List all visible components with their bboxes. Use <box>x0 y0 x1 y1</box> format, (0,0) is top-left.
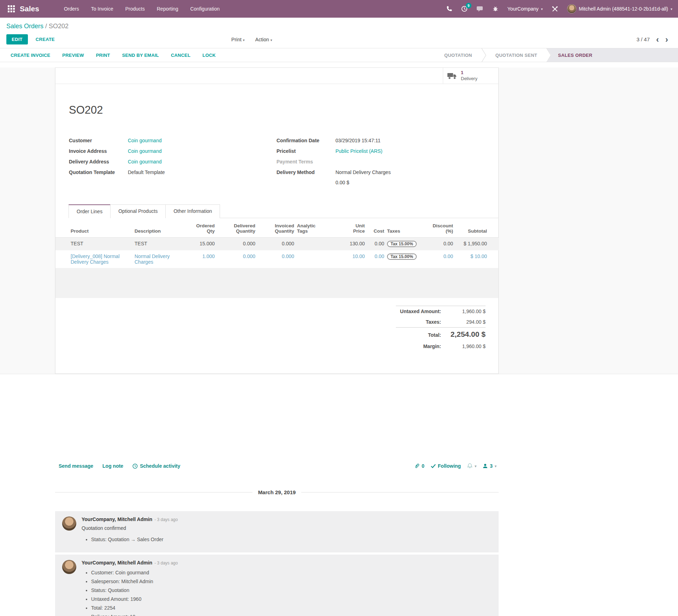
pager-previous-icon[interactable]: ‹ <box>656 35 659 44</box>
col-invoiced-quantity: Invoiced Quantity <box>257 218 296 238</box>
attachment-count: 0 <box>422 463 424 469</box>
bug-icon[interactable] <box>493 6 498 12</box>
cell-delivered: 0.000 <box>216 250 257 268</box>
truck-icon <box>447 72 457 80</box>
menu-to-invoice[interactable]: To Invoice <box>91 6 113 12</box>
print-button[interactable]: PRINT <box>96 53 110 58</box>
order-line-row[interactable]: TEST TEST 15.000 0.000 0.000 130.00 0.00… <box>55 238 499 251</box>
chatter: Send message Log note Schedule activity … <box>0 374 678 616</box>
col-taxes: Taxes <box>386 218 421 238</box>
untaxed-amount-value: 1,960.00 $ <box>446 309 486 314</box>
person-icon <box>483 464 488 468</box>
company-name: YourCompany <box>507 6 539 12</box>
messages-icon[interactable] <box>477 6 483 12</box>
message-avatar[interactable] <box>62 516 76 531</box>
check-icon <box>431 464 436 468</box>
follow-channels-button[interactable]: ▾ <box>467 463 476 469</box>
sale-order-sheet: 1 Delivery SO202 Customer Coin gourmand … <box>55 67 499 374</box>
print-dropdown[interactable]: Print ▾ <box>231 37 245 42</box>
cell-delivered: 0.000 <box>216 238 257 251</box>
create-button[interactable]: CREATE <box>36 37 55 42</box>
menu-reporting[interactable]: Reporting <box>157 6 178 12</box>
date-separator-label: March 29, 2019 <box>258 489 296 495</box>
follower-count: 3 <box>490 463 493 469</box>
record-pager: 3 / 47 ‹ › <box>636 35 672 44</box>
app-name[interactable]: Sales <box>20 5 39 13</box>
pager-value[interactable]: 3 / 47 <box>636 36 650 42</box>
col-discount: Discount (%) <box>421 218 454 238</box>
cell-description: Normal Delivery Charges <box>133 250 186 268</box>
empty-line-stripe <box>55 268 498 298</box>
breadcrumb: Sales Orders / SO202 <box>6 23 672 30</box>
menu-configuration[interactable]: Configuration <box>190 6 220 12</box>
action-dropdown[interactable]: Action ▾ <box>255 37 272 42</box>
menu-orders[interactable]: Orders <box>64 6 79 12</box>
preview-button[interactable]: PREVIEW <box>62 53 84 58</box>
message-author[interactable]: YourCompany, Mitchell Admin <box>82 516 152 522</box>
cell-cost: 0.00 <box>366 238 386 251</box>
tab-other-information[interactable]: Other Information <box>165 204 220 218</box>
main-menu: Orders To Invoice Products Reporting Con… <box>64 6 220 12</box>
phone-icon[interactable] <box>446 6 452 12</box>
action-label: Action <box>255 37 269 42</box>
attachments-button[interactable]: 0 <box>414 463 424 469</box>
cell-unit-price: 10.00 <box>322 250 366 268</box>
quotation-template-value: Default Template <box>128 169 165 175</box>
tab-order-lines[interactable]: Order Lines <box>69 204 111 218</box>
order-line-row[interactable]: [Delivery_008] Normal Delivery Charges N… <box>55 250 499 268</box>
order-lines-table: Product Description Ordered Qty Delivere… <box>55 218 499 268</box>
menu-products[interactable]: Products <box>125 6 145 12</box>
tracking-value: Salesperson: Mitchell Admin <box>91 579 492 584</box>
col-unit-price: Unit Price <box>322 218 366 238</box>
followers-button[interactable]: 3 ▾ <box>483 463 496 469</box>
support-tools-icon[interactable] <box>552 6 558 12</box>
col-analytic-tags: Analytic Tags <box>296 218 322 238</box>
tab-optional-products[interactable]: Optional Products <box>110 204 166 218</box>
message-timestamp: - 3 days ago <box>154 517 178 522</box>
schedule-activity-button[interactable]: Schedule activity <box>132 463 180 469</box>
cell-description: TEST <box>133 238 186 251</box>
pricelist-value[interactable]: Public Pricelist (ARS) <box>335 148 382 154</box>
col-cost: Cost <box>366 218 386 238</box>
pager-next-icon[interactable]: › <box>665 35 668 44</box>
field-group-right: Confirmation Date 03/29/2019 15:47:11 Pr… <box>276 138 484 190</box>
customer-value[interactable]: Coin gourmand <box>128 138 162 143</box>
chevron-down-icon: ▾ <box>475 464 476 468</box>
col-subtotal: Subtotal <box>454 218 499 238</box>
total-label: Total: <box>396 332 446 338</box>
breadcrumb-sales-orders[interactable]: Sales Orders <box>6 23 43 30</box>
tracking-value: Status: Quotation <box>91 587 492 593</box>
delivery-address-value[interactable]: Coin gourmand <box>128 159 162 165</box>
message-author[interactable]: YourCompany, Mitchell Admin <box>82 560 152 566</box>
cell-cost: 0.00 <box>366 250 386 268</box>
cancel-button[interactable]: CANCEL <box>171 53 190 58</box>
delivery-smart-button[interactable]: 1 Delivery <box>443 68 498 84</box>
lock-button[interactable]: LOCK <box>202 53 216 58</box>
cell-discount: 0.00 <box>421 238 454 251</box>
message-avatar[interactable] <box>62 560 76 574</box>
message: YourCompany, Mitchell Admin - 3 days ago… <box>55 555 499 616</box>
step-sales-order[interactable]: SALES ORDER <box>547 48 678 62</box>
following-button[interactable]: Following <box>431 463 461 469</box>
field-group-left: Customer Coin gourmand Invoice Address C… <box>69 138 276 190</box>
send-message-button[interactable]: Send message <box>59 463 93 469</box>
create-invoice-button[interactable]: CREATE INVOICE <box>11 53 50 58</box>
step-quotation-sent[interactable]: QUOTATION SENT <box>486 48 547 62</box>
step-quotation[interactable]: QUOTATION <box>435 48 481 62</box>
total-value: 2,254.00 $ <box>446 330 486 339</box>
cell-invoiced: 0.000 <box>257 250 296 268</box>
apps-menu-icon[interactable] <box>8 5 15 12</box>
untaxed-amount-label: Untaxed Amount: <box>396 309 446 314</box>
activity-count-badge: 9 <box>466 3 471 8</box>
delivery-method-amount: 0.00 $ <box>335 180 391 185</box>
company-switcher[interactable]: YourCompany ▾ <box>507 6 543 12</box>
log-note-button[interactable]: Log note <box>102 463 123 469</box>
user-menu[interactable]: Mitchell Admin (488541-12-0-2b1d1d-all) … <box>567 4 672 13</box>
delivery-count: 1 <box>461 70 477 76</box>
chevron-down-icon: ▾ <box>243 38 245 42</box>
invoice-address-value[interactable]: Coin gourmand <box>128 148 162 154</box>
edit-button[interactable]: EDIT <box>6 34 28 44</box>
activities-clock-icon[interactable]: 9 <box>461 6 468 12</box>
send-by-email-button[interactable]: SEND BY EMAIL <box>122 53 159 58</box>
cell-subtotal: $ 10.00 <box>454 250 499 268</box>
